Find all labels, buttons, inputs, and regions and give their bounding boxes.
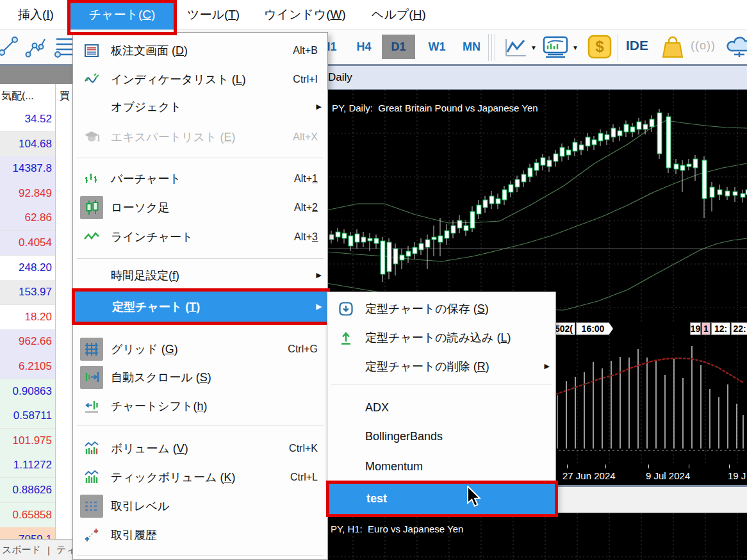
menu-item-label: バーチャート	[111, 171, 181, 186]
column-divider[interactable]	[55, 84, 56, 107]
market-watch-caption	[0, 66, 72, 84]
table-row[interactable]: 962.66	[0, 329, 72, 354]
bar-chart-icon	[80, 167, 103, 190]
template-submenu: 定型チャートの保存 (S)定型チャートの読み込み (L)定型チャートの削除 (R…	[327, 292, 556, 515]
bid-price: 18.20	[0, 305, 55, 330]
menu-item-auto-scroll[interactable]: 自動スクロール (S)	[74, 363, 327, 391]
table-row[interactable]: 153.97	[0, 280, 72, 305]
chart-shift-icon	[80, 395, 103, 418]
dollar-icon[interactable]: $	[587, 34, 612, 62]
menu-item-label: ADX	[365, 401, 389, 415]
chart-window-bottom[interactable]: PY, H1: Euro vs Japanese Yen	[325, 513, 747, 560]
menubar-item-window[interactable]: ウインドウ(W)	[258, 0, 352, 29]
menu-item-chart-templates[interactable]: 定型チャート (T)▶	[72, 288, 330, 325]
time-axis-label: 1	[702, 322, 710, 335]
menu-item-expert-list[interactable]: エキスパートリスト (E)Alt+X	[74, 122, 327, 151]
candlestick-chart[interactable]	[325, 90, 747, 322]
table-row[interactable]: 0.58711	[0, 404, 72, 429]
table-row[interactable]: 6.2105	[0, 354, 72, 379]
table-row[interactable]: 92.849	[0, 181, 72, 206]
menu-item-tick-volume[interactable]: ティックボリューム (K)Ctrl+L	[74, 463, 327, 491]
polyline-tool-icon[interactable]	[23, 34, 49, 62]
menubar-item-tools[interactable]: ツール(T)	[181, 0, 246, 29]
menu-item-timeframe-settings[interactable]: 時間足設定(f)▶	[74, 261, 327, 290]
table-row[interactable]: 34.52	[0, 107, 72, 132]
time-axis-label: 16:00	[576, 322, 613, 335]
timeframe-button-d1[interactable]: D1	[382, 35, 415, 59]
timeframe-button-w1[interactable]: W1	[422, 35, 452, 59]
broadcast-icon[interactable]: ((o))	[691, 39, 716, 53]
menu-item-objects[interactable]: オブジェクト▶	[74, 92, 327, 121]
menu-item-volume[interactable]: ボリューム (V)Ctrl+K	[74, 434, 327, 463]
menu-shortcut: Alt+X	[293, 131, 318, 143]
bid-price: 0.65858	[0, 503, 55, 528]
icon-spacer	[334, 355, 357, 378]
menu-item-line-chart[interactable]: ラインチャートAlt+3	[74, 222, 327, 251]
chart-title-bar[interactable]: Daily	[325, 66, 747, 90]
icon-spacer	[334, 397, 357, 420]
table-row[interactable]: 101.975	[0, 429, 72, 454]
menu-item-template-test[interactable]: test	[326, 481, 558, 517]
menu-item-candlestick-chart[interactable]: ローソク足Alt+2	[74, 193, 327, 222]
menu-item-template-adx[interactable]: ADX	[328, 393, 555, 422]
menu-item-load-template[interactable]: 定型チャートの読み込み (L)	[328, 323, 555, 352]
table-row[interactable]: 1.11272	[0, 453, 72, 478]
trendline-tool-icon[interactable]	[0, 34, 21, 62]
menubar-item-help[interactable]: ヘルプ(H)	[365, 0, 432, 29]
table-row[interactable]: 0.65858	[0, 503, 72, 528]
menu-item-trade-levels[interactable]: 取引レベル	[74, 491, 327, 520]
menu-separator	[77, 425, 324, 425]
menu-item-save-template[interactable]: 定型チャートの保存 (S)	[328, 294, 555, 323]
menu-item-label: ティックボリューム (K)	[111, 470, 235, 485]
market-watch-tabbar: スボード | ティ	[0, 539, 74, 560]
tab-price-board[interactable]: スボード	[2, 544, 41, 556]
table-row[interactable]: 0.88626	[0, 478, 72, 503]
table-row[interactable]: 62.86	[0, 206, 72, 231]
menu-item-template-momentum[interactable]: Momentum	[328, 452, 555, 481]
menu-item-chart-shift[interactable]: チャートシフト(h)	[74, 391, 327, 420]
menu-item-trade-history[interactable]: 取引履歴	[74, 520, 327, 549]
menu-item-delete-template[interactable]: 定型チャートの削除 (R)▶	[328, 352, 555, 381]
h1-chart[interactable]	[325, 513, 747, 560]
toolbar-grip[interactable]	[488, 34, 497, 61]
table-row[interactable]: 18.20	[0, 305, 72, 330]
indicator-window-icon[interactable]	[541, 34, 570, 63]
bid-price: 153.97	[0, 280, 55, 305]
table-row[interactable]: 248.20	[0, 256, 72, 281]
menu-item-bar-chart[interactable]: バーチャートAlt+1	[74, 164, 327, 193]
submenu-arrow-icon: ▶	[316, 103, 322, 111]
submenu-arrow-icon: ▶	[316, 271, 322, 279]
menubar-item-chart[interactable]: チャート(C)	[70, 0, 174, 29]
table-row[interactable]: 104.68	[0, 132, 72, 157]
menu-item-grid[interactable]: グリッド (G)Ctrl+G	[74, 334, 327, 363]
menubar-item-insert[interactable]: 挿入(I)	[12, 0, 60, 29]
cloud-icon[interactable]	[725, 34, 747, 63]
buy-cell	[55, 206, 72, 231]
menu-item-label: Momentum	[365, 460, 423, 474]
menu-item-template-bollingerbands[interactable]: BollingerBands	[328, 422, 555, 451]
market-bag-icon[interactable]	[660, 34, 685, 63]
line-chart-style-icon[interactable]	[502, 34, 529, 63]
column-header-bid[interactable]: 気配(...	[1, 90, 34, 103]
menu-shortcut: Alt+1	[294, 173, 318, 185]
market-watch-panel: 気配(... 買 34.52104.6814387.892.84962.860.…	[0, 66, 72, 560]
ide-button[interactable]: IDE	[626, 38, 648, 53]
table-row[interactable]: 14387.8	[0, 156, 72, 181]
tab-tick-chart[interactable]: ティ	[56, 544, 74, 556]
chevron-down-icon[interactable]: ▼	[572, 44, 579, 51]
bid-price: 14387.8	[0, 156, 55, 181]
bid-price: 1.11272	[0, 453, 55, 478]
timeframe-button-h4[interactable]: H4	[350, 35, 377, 59]
menu-shortcut: Alt+2	[294, 202, 318, 213]
menu-item-indicator-list[interactable]: インディケータリスト (L)Ctrl+I	[74, 65, 327, 94]
menu-item-label: BollingerBands	[365, 430, 443, 443]
chevron-down-icon[interactable]: ▼	[530, 44, 537, 51]
table-row[interactable]: 0.90863	[0, 379, 72, 404]
table-row[interactable]: 0.4054	[0, 231, 72, 256]
buy-cell	[55, 305, 72, 331]
bid-price: 6.2105	[0, 354, 55, 379]
timeframe-button-mn[interactable]: MN	[456, 35, 487, 59]
buy-cell	[55, 429, 72, 454]
menu-item-market-depth[interactable]: 板注文画面 (D)Alt+B	[74, 36, 327, 65]
column-header-buy[interactable]: 買	[60, 90, 70, 103]
